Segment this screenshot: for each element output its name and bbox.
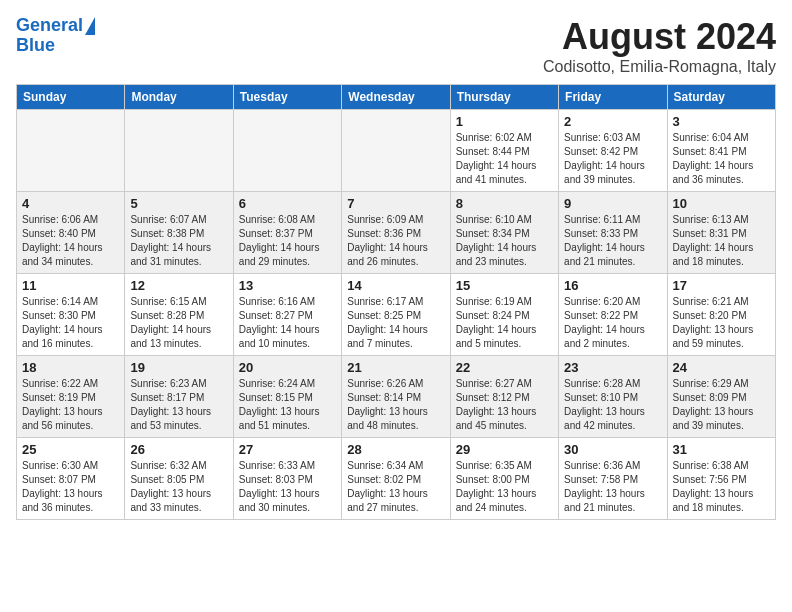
- day-info: Sunrise: 6:04 AM Sunset: 8:41 PM Dayligh…: [673, 131, 770, 187]
- day-number: 7: [347, 196, 444, 211]
- table-row: 28Sunrise: 6:34 AM Sunset: 8:02 PM Dayli…: [342, 438, 450, 520]
- table-row: [125, 110, 233, 192]
- day-number: 30: [564, 442, 661, 457]
- day-info: Sunrise: 6:36 AM Sunset: 7:58 PM Dayligh…: [564, 459, 661, 515]
- day-info: Sunrise: 6:29 AM Sunset: 8:09 PM Dayligh…: [673, 377, 770, 433]
- day-info: Sunrise: 6:06 AM Sunset: 8:40 PM Dayligh…: [22, 213, 119, 269]
- day-number: 9: [564, 196, 661, 211]
- day-info: Sunrise: 6:30 AM Sunset: 8:07 PM Dayligh…: [22, 459, 119, 515]
- day-info: Sunrise: 6:24 AM Sunset: 8:15 PM Dayligh…: [239, 377, 336, 433]
- day-info: Sunrise: 6:07 AM Sunset: 8:38 PM Dayligh…: [130, 213, 227, 269]
- calendar-week-row: 1Sunrise: 6:02 AM Sunset: 8:44 PM Daylig…: [17, 110, 776, 192]
- day-info: Sunrise: 6:16 AM Sunset: 8:27 PM Dayligh…: [239, 295, 336, 351]
- calendar-week-row: 4Sunrise: 6:06 AM Sunset: 8:40 PM Daylig…: [17, 192, 776, 274]
- col-monday: Monday: [125, 85, 233, 110]
- page-header: General Blue August 2024 Codisotto, Emil…: [16, 16, 776, 76]
- table-row: 30Sunrise: 6:36 AM Sunset: 7:58 PM Dayli…: [559, 438, 667, 520]
- calendar-header-row: Sunday Monday Tuesday Wednesday Thursday…: [17, 85, 776, 110]
- day-info: Sunrise: 6:27 AM Sunset: 8:12 PM Dayligh…: [456, 377, 553, 433]
- day-info: Sunrise: 6:14 AM Sunset: 8:30 PM Dayligh…: [22, 295, 119, 351]
- calendar-week-row: 18Sunrise: 6:22 AM Sunset: 8:19 PM Dayli…: [17, 356, 776, 438]
- table-row: 15Sunrise: 6:19 AM Sunset: 8:24 PM Dayli…: [450, 274, 558, 356]
- day-number: 27: [239, 442, 336, 457]
- day-number: 8: [456, 196, 553, 211]
- logo-text: General: [16, 16, 83, 36]
- table-row: 16Sunrise: 6:20 AM Sunset: 8:22 PM Dayli…: [559, 274, 667, 356]
- day-number: 3: [673, 114, 770, 129]
- table-row: 1Sunrise: 6:02 AM Sunset: 8:44 PM Daylig…: [450, 110, 558, 192]
- calendar-week-row: 25Sunrise: 6:30 AM Sunset: 8:07 PM Dayli…: [17, 438, 776, 520]
- table-row: 26Sunrise: 6:32 AM Sunset: 8:05 PM Dayli…: [125, 438, 233, 520]
- day-number: 26: [130, 442, 227, 457]
- day-number: 10: [673, 196, 770, 211]
- day-info: Sunrise: 6:03 AM Sunset: 8:42 PM Dayligh…: [564, 131, 661, 187]
- table-row: 3Sunrise: 6:04 AM Sunset: 8:41 PM Daylig…: [667, 110, 775, 192]
- calendar-subtitle: Codisotto, Emilia-Romagna, Italy: [543, 58, 776, 76]
- day-number: 24: [673, 360, 770, 375]
- table-row: [17, 110, 125, 192]
- day-info: Sunrise: 6:21 AM Sunset: 8:20 PM Dayligh…: [673, 295, 770, 351]
- table-row: 5Sunrise: 6:07 AM Sunset: 8:38 PM Daylig…: [125, 192, 233, 274]
- table-row: 19Sunrise: 6:23 AM Sunset: 8:17 PM Dayli…: [125, 356, 233, 438]
- day-number: 14: [347, 278, 444, 293]
- table-row: 31Sunrise: 6:38 AM Sunset: 7:56 PM Dayli…: [667, 438, 775, 520]
- day-info: Sunrise: 6:10 AM Sunset: 8:34 PM Dayligh…: [456, 213, 553, 269]
- day-number: 18: [22, 360, 119, 375]
- calendar-table: Sunday Monday Tuesday Wednesday Thursday…: [16, 84, 776, 520]
- day-info: Sunrise: 6:08 AM Sunset: 8:37 PM Dayligh…: [239, 213, 336, 269]
- table-row: 25Sunrise: 6:30 AM Sunset: 8:07 PM Dayli…: [17, 438, 125, 520]
- col-tuesday: Tuesday: [233, 85, 341, 110]
- table-row: [233, 110, 341, 192]
- day-number: 2: [564, 114, 661, 129]
- day-info: Sunrise: 6:32 AM Sunset: 8:05 PM Dayligh…: [130, 459, 227, 515]
- day-info: Sunrise: 6:13 AM Sunset: 8:31 PM Dayligh…: [673, 213, 770, 269]
- day-number: 5: [130, 196, 227, 211]
- day-number: 16: [564, 278, 661, 293]
- day-number: 11: [22, 278, 119, 293]
- table-row: 6Sunrise: 6:08 AM Sunset: 8:37 PM Daylig…: [233, 192, 341, 274]
- day-number: 17: [673, 278, 770, 293]
- day-info: Sunrise: 6:38 AM Sunset: 7:56 PM Dayligh…: [673, 459, 770, 515]
- day-info: Sunrise: 6:17 AM Sunset: 8:25 PM Dayligh…: [347, 295, 444, 351]
- day-info: Sunrise: 6:02 AM Sunset: 8:44 PM Dayligh…: [456, 131, 553, 187]
- logo-text-blue: Blue: [16, 36, 55, 56]
- calendar-week-row: 11Sunrise: 6:14 AM Sunset: 8:30 PM Dayli…: [17, 274, 776, 356]
- table-row: 7Sunrise: 6:09 AM Sunset: 8:36 PM Daylig…: [342, 192, 450, 274]
- table-row: 24Sunrise: 6:29 AM Sunset: 8:09 PM Dayli…: [667, 356, 775, 438]
- day-info: Sunrise: 6:19 AM Sunset: 8:24 PM Dayligh…: [456, 295, 553, 351]
- table-row: 20Sunrise: 6:24 AM Sunset: 8:15 PM Dayli…: [233, 356, 341, 438]
- col-thursday: Thursday: [450, 85, 558, 110]
- table-row: 11Sunrise: 6:14 AM Sunset: 8:30 PM Dayli…: [17, 274, 125, 356]
- col-sunday: Sunday: [17, 85, 125, 110]
- day-info: Sunrise: 6:15 AM Sunset: 8:28 PM Dayligh…: [130, 295, 227, 351]
- table-row: 17Sunrise: 6:21 AM Sunset: 8:20 PM Dayli…: [667, 274, 775, 356]
- table-row: 23Sunrise: 6:28 AM Sunset: 8:10 PM Dayli…: [559, 356, 667, 438]
- day-number: 12: [130, 278, 227, 293]
- day-info: Sunrise: 6:11 AM Sunset: 8:33 PM Dayligh…: [564, 213, 661, 269]
- col-wednesday: Wednesday: [342, 85, 450, 110]
- table-row: 12Sunrise: 6:15 AM Sunset: 8:28 PM Dayli…: [125, 274, 233, 356]
- table-row: 27Sunrise: 6:33 AM Sunset: 8:03 PM Dayli…: [233, 438, 341, 520]
- day-info: Sunrise: 6:09 AM Sunset: 8:36 PM Dayligh…: [347, 213, 444, 269]
- col-saturday: Saturday: [667, 85, 775, 110]
- day-info: Sunrise: 6:35 AM Sunset: 8:00 PM Dayligh…: [456, 459, 553, 515]
- day-number: 1: [456, 114, 553, 129]
- logo: General Blue: [16, 16, 95, 56]
- logo-triangle-icon: [85, 17, 95, 35]
- table-row: 2Sunrise: 6:03 AM Sunset: 8:42 PM Daylig…: [559, 110, 667, 192]
- day-number: 25: [22, 442, 119, 457]
- day-number: 4: [22, 196, 119, 211]
- day-number: 19: [130, 360, 227, 375]
- day-number: 22: [456, 360, 553, 375]
- day-info: Sunrise: 6:28 AM Sunset: 8:10 PM Dayligh…: [564, 377, 661, 433]
- day-info: Sunrise: 6:20 AM Sunset: 8:22 PM Dayligh…: [564, 295, 661, 351]
- table-row: 8Sunrise: 6:10 AM Sunset: 8:34 PM Daylig…: [450, 192, 558, 274]
- table-row: 21Sunrise: 6:26 AM Sunset: 8:14 PM Dayli…: [342, 356, 450, 438]
- day-number: 31: [673, 442, 770, 457]
- day-number: 15: [456, 278, 553, 293]
- day-info: Sunrise: 6:26 AM Sunset: 8:14 PM Dayligh…: [347, 377, 444, 433]
- table-row: 4Sunrise: 6:06 AM Sunset: 8:40 PM Daylig…: [17, 192, 125, 274]
- day-info: Sunrise: 6:34 AM Sunset: 8:02 PM Dayligh…: [347, 459, 444, 515]
- table-row: [342, 110, 450, 192]
- table-row: 22Sunrise: 6:27 AM Sunset: 8:12 PM Dayli…: [450, 356, 558, 438]
